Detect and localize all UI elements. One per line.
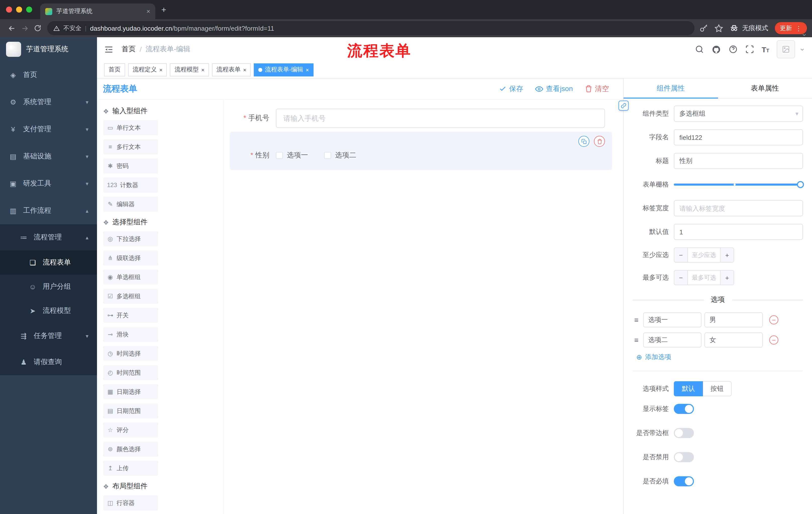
- link-icon[interactable]: [618, 101, 629, 111]
- add-option-button[interactable]: ⊕ 添加选项: [636, 353, 803, 361]
- breadcrumb-home[interactable]: 首页: [122, 45, 136, 54]
- phone-form-item[interactable]: 手机号: [230, 109, 605, 128]
- component-chip[interactable]: 123 计数器: [103, 178, 158, 193]
- component-chip[interactable]: ◉ 单选框组: [103, 270, 158, 285]
- style-button-button[interactable]: 按钮: [703, 381, 732, 396]
- password-key-icon[interactable]: [699, 24, 708, 32]
- sidebar-item-system[interactable]: ⚙ 系统管理 ▾: [0, 88, 97, 116]
- component-chip[interactable]: ◫ 行容器: [103, 495, 158, 511]
- sidebar-item-task-mgmt[interactable]: ⇶ 任务管理 ▾: [0, 323, 97, 349]
- min-select-stepper[interactable]: − 至少应选 +: [674, 247, 734, 263]
- option-value-input[interactable]: [704, 312, 763, 327]
- view-json-button[interactable]: 查看json: [535, 84, 573, 93]
- hamburger-icon[interactable]: [104, 45, 114, 54]
- drag-handle-icon[interactable]: ≡: [633, 316, 640, 324]
- component-chip[interactable]: ☑ 多选框组: [103, 289, 158, 304]
- tag-close-icon[interactable]: ×: [159, 66, 163, 73]
- sidebar-item-leave-query[interactable]: ♟ 请假查询: [0, 349, 97, 375]
- component-chip[interactable]: ▦ 日期选择: [103, 384, 158, 399]
- component-chip[interactable]: ◴ 时间范围: [103, 365, 158, 380]
- component-chip[interactable]: ☆ 评分: [103, 423, 158, 437]
- remove-option-button[interactable]: −: [769, 335, 778, 345]
- sidebar-item-home[interactable]: ◈ 首页: [0, 61, 97, 88]
- gender-option-2-checkbox[interactable]: 选项二: [324, 151, 356, 160]
- grid-slider[interactable]: [674, 177, 803, 193]
- component-chip[interactable]: ≡ 多行文本: [103, 139, 158, 154]
- address-bar[interactable]: 不安全 | dashboard.yudao.iocoder.cn/bpm/man…: [47, 21, 694, 35]
- drag-handle-icon[interactable]: ≡: [633, 336, 640, 344]
- delete-component-button[interactable]: [594, 136, 605, 147]
- border-switch[interactable]: [674, 428, 694, 438]
- title-input[interactable]: [674, 153, 803, 169]
- tab-component-props[interactable]: 组件属性: [624, 78, 718, 98]
- increment-button[interactable]: +: [721, 271, 734, 285]
- component-chip[interactable]: ⋔ 级联选择: [103, 250, 158, 266]
- show-label-switch[interactable]: [674, 404, 694, 414]
- sidebar-item-infra[interactable]: ▤ 基础设施 ▾: [0, 143, 97, 170]
- component-chip[interactable]: ⊸ 滑块: [103, 327, 158, 342]
- required-switch[interactable]: [674, 476, 694, 486]
- sidebar-item-process-model[interactable]: ➤ 流程模型: [0, 299, 97, 323]
- tab-form-props[interactable]: 表单属性: [718, 78, 812, 98]
- component-chip[interactable]: ◷ 时间选择: [103, 346, 158, 361]
- sidebar-item-process-mgmt[interactable]: ≔ 流程管理 ▴: [0, 224, 97, 250]
- sidebar-item-process-form[interactable]: ❏ 流程表单: [0, 250, 97, 275]
- component-chip[interactable]: ⊶ 开关: [103, 308, 158, 323]
- gender-form-item-selected[interactable]: 性别 选项一 选项二: [230, 132, 612, 170]
- phone-input[interactable]: [276, 109, 605, 128]
- option-label-input[interactable]: [643, 312, 701, 327]
- search-icon[interactable]: [695, 45, 704, 54]
- component-chip[interactable]: ▤ 日期范围: [103, 403, 158, 418]
- component-chip[interactable]: ▭ 单行文本: [103, 120, 158, 135]
- window-minimize-button[interactable]: [16, 6, 22, 12]
- avatar[interactable]: [777, 40, 795, 58]
- fullscreen-icon[interactable]: [745, 45, 754, 54]
- label-width-input[interactable]: [674, 200, 803, 216]
- decrement-button[interactable]: −: [674, 248, 687, 262]
- tag-close-icon[interactable]: ×: [201, 66, 204, 73]
- tag-process-definition[interactable]: 流程定义×: [128, 63, 167, 76]
- window-close-button[interactable]: [6, 6, 12, 12]
- tab-close-icon[interactable]: ×: [146, 8, 150, 15]
- option-value-input[interactable]: [704, 332, 763, 348]
- tag-process-model[interactable]: 流程模型×: [170, 63, 209, 76]
- font-size-icon[interactable]: TT: [761, 45, 769, 54]
- copy-component-button[interactable]: [578, 136, 589, 147]
- avatar-caret-icon[interactable]: [800, 47, 805, 52]
- forward-button[interactable]: [18, 22, 31, 35]
- decrement-button[interactable]: −: [674, 271, 687, 285]
- option-label-input[interactable]: [643, 332, 701, 348]
- sidebar-item-user-groups[interactable]: ☺ 用户分组: [0, 275, 97, 299]
- style-default-button[interactable]: 默认: [674, 381, 703, 396]
- component-type-select[interactable]: 多选框组▾: [674, 106, 803, 122]
- tag-home[interactable]: 首页: [104, 63, 125, 76]
- back-button[interactable]: [5, 22, 18, 35]
- github-icon[interactable]: [711, 45, 721, 54]
- component-chip[interactable]: ◎ 下拉选择: [103, 231, 158, 246]
- tag-close-icon[interactable]: ×: [306, 66, 309, 73]
- new-tab-button[interactable]: +: [161, 5, 166, 15]
- default-value-input[interactable]: [674, 224, 803, 240]
- bookmark-star-icon[interactable]: [715, 24, 723, 32]
- menu-dots-icon[interactable]: ⋮: [795, 24, 802, 32]
- security-warning-icon[interactable]: [53, 25, 60, 31]
- form-canvas[interactable]: 手机号: [224, 100, 623, 514]
- remove-option-button[interactable]: −: [769, 315, 778, 324]
- increment-button[interactable]: +: [721, 248, 734, 262]
- sidebar-item-workflow[interactable]: ▥ 工作流程 ▴: [0, 197, 97, 224]
- max-select-stepper[interactable]: − 最多可选 +: [674, 270, 734, 285]
- window-zoom-button[interactable]: [26, 6, 32, 12]
- component-chip[interactable]: ✱ 密码: [103, 158, 158, 173]
- disabled-switch[interactable]: [674, 452, 694, 462]
- component-chip[interactable]: ✎ 编辑器: [103, 197, 158, 212]
- gender-option-1-checkbox[interactable]: 选项一: [276, 151, 308, 160]
- tag-process-form[interactable]: 流程表单×: [212, 63, 251, 76]
- component-chip[interactable]: ↥ 上传: [103, 461, 158, 476]
- component-chip[interactable]: ⊚ 颜色选择: [103, 441, 158, 457]
- field-name-input[interactable]: [674, 129, 803, 145]
- browser-tab[interactable]: 芋道管理系统 ×: [40, 3, 155, 19]
- sidebar-item-devtools[interactable]: ▣ 研发工具 ▾: [0, 170, 97, 197]
- clear-button[interactable]: 清空: [585, 84, 609, 93]
- sidebar-item-payment[interactable]: ¥ 支付管理 ▾: [0, 116, 97, 143]
- help-icon[interactable]: [728, 45, 737, 54]
